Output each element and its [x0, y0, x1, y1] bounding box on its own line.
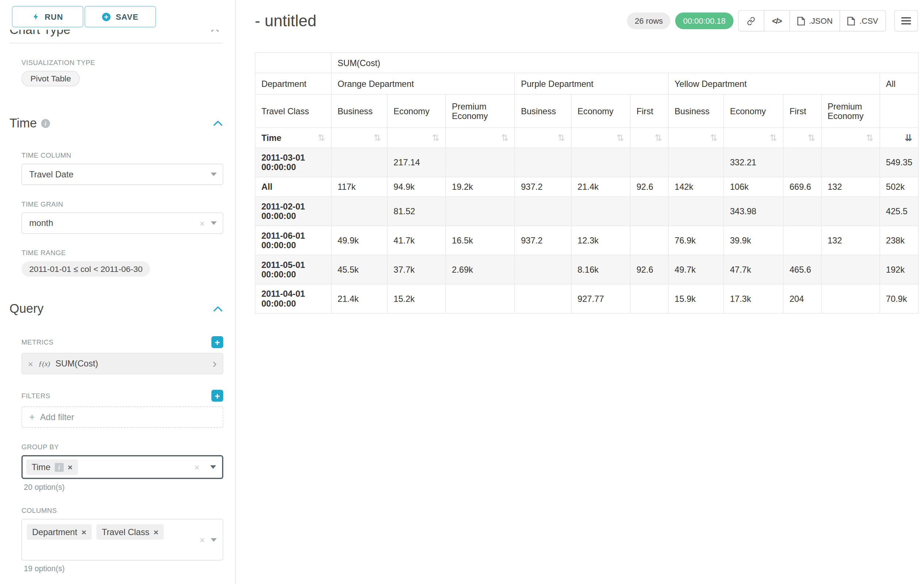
caret-down-icon[interactable]: [211, 538, 216, 542]
pivot-value-cell: 343.98: [724, 197, 784, 226]
clear-icon[interactable]: ×: [200, 535, 205, 544]
pivot-data-row: 2011-04-01 00:00:0021.4k15.2k927.7715.9k…: [255, 284, 919, 313]
pivot-metric-row: SUM(Cost): [255, 53, 919, 72]
sort-toggle-icon[interactable]: ⇅: [710, 133, 718, 142]
pivot-all-value-cell: 549.35: [880, 148, 919, 177]
pivot-value-cell: [822, 284, 880, 313]
pivot-all-value-cell: 425.5: [880, 197, 919, 226]
caret-down-icon[interactable]: [211, 221, 216, 225]
pivot-data-row: 2011-03-01 00:00:00217.14332.21549.35: [255, 148, 919, 177]
pivot-value-cell: 217.14: [387, 148, 446, 177]
pivot-data-row: All117k94.9k19.2k937.221.4k92.6142k106k6…: [255, 177, 919, 197]
pivot-sort-cell: ⇅: [822, 128, 880, 148]
sort-descending-icon[interactable]: ⇊: [905, 133, 912, 142]
collapse-time-chevron-icon[interactable]: [213, 120, 223, 126]
pivot-value-cell: 204: [784, 284, 822, 313]
chevron-right-icon[interactable]: ›: [212, 357, 216, 370]
columns-value: Department: [32, 527, 78, 536]
pivot-value-cell: [630, 148, 668, 177]
link-icon: [747, 16, 756, 25]
download-csv-button[interactable]: .CSV: [840, 10, 886, 32]
caret-down-icon[interactable]: [210, 466, 216, 469]
sort-toggle-icon[interactable]: ⇅: [769, 133, 777, 142]
group-by-select[interactable]: Time i × ×: [21, 455, 223, 479]
menu-button[interactable]: [894, 10, 918, 32]
metric-item[interactable]: × ƒ(x) SUM(Cost) ›: [21, 353, 223, 375]
run-button-label: RUN: [45, 12, 63, 21]
sort-toggle-icon[interactable]: ⇅: [617, 133, 624, 142]
pivot-travel-class-header: Business: [668, 94, 724, 127]
metric-name: SUM(Cost): [56, 359, 98, 368]
time-grain-select[interactable]: month ×: [21, 212, 223, 234]
clear-icon[interactable]: ×: [194, 462, 200, 471]
pivot-corner-cell: [255, 53, 332, 72]
pivot-value-cell: 106k: [724, 177, 784, 197]
columns-select[interactable]: Department × Travel Class × ×: [21, 519, 223, 561]
sort-toggle-icon[interactable]: ⇅: [374, 133, 381, 142]
remove-value-icon[interactable]: ×: [81, 528, 86, 536]
copy-link-button[interactable]: [738, 10, 764, 32]
pivot-value-cell: [331, 197, 387, 226]
sort-toggle-icon[interactable]: ⇅: [655, 133, 662, 142]
download-json-button[interactable]: .JSON: [789, 10, 840, 32]
time-section-title: Time: [10, 116, 37, 130]
pivot-value-cell: [668, 197, 724, 226]
pivot-value-cell: [630, 197, 668, 226]
add-filter-button[interactable]: + Add filter: [21, 406, 223, 428]
view-query-button[interactable]: </>: [764, 10, 790, 32]
time-range-pill[interactable]: 2011-01-01 ≤ col < 2011-06-30: [21, 262, 150, 277]
columns-value-pill[interactable]: Travel Class ×: [96, 524, 164, 540]
sort-toggle-icon[interactable]: ⇅: [558, 133, 565, 142]
pivot-data-row: 2011-02-01 00:00:0081.52343.98425.5: [255, 197, 919, 226]
sort-toggle-icon[interactable]: ⇅: [318, 133, 325, 142]
run-save-button-row: RUN SAVE: [12, 6, 223, 27]
time-column-select[interactable]: Travel Date: [21, 163, 223, 185]
pivot-all-value-cell: 238k: [880, 226, 919, 255]
hamburger-icon: [901, 17, 911, 25]
pivot-row-header: 2011-03-01 00:00:00: [255, 148, 332, 177]
visualization-type-pill[interactable]: Pivot Table: [21, 71, 80, 86]
pivot-sort-cell-all: ⇊: [880, 128, 919, 148]
sort-toggle-icon[interactable]: ⇅: [432, 133, 440, 142]
pivot-travel-class-header: Premium Economy: [446, 94, 515, 127]
group-by-value-pill[interactable]: Time i ×: [26, 459, 78, 475]
sort-toggle-icon[interactable]: ⇅: [866, 133, 874, 142]
pivot-sort-cell: ⇅: [446, 128, 515, 148]
add-metric-button[interactable]: +: [211, 336, 223, 348]
page-title: - untitled: [255, 12, 317, 30]
chart-panel: - untitled 26 rows 00:00:00.18 </> .JSON: [236, 0, 924, 584]
remove-metric-icon[interactable]: ×: [28, 359, 33, 368]
collapse-chevron-icon[interactable]: [211, 30, 219, 33]
pivot-sort-cell: ⇅: [387, 128, 446, 148]
filters-label-row: FILTERS +: [21, 390, 223, 402]
pivot-sort-row: Time⇅⇅⇅⇅⇅⇅⇅⇅⇅⇅⇅⇊: [255, 128, 919, 148]
caret-down-icon[interactable]: [211, 173, 216, 176]
clear-icon[interactable]: ×: [200, 219, 205, 227]
pivot-value-cell: [446, 148, 515, 177]
pivot-value-cell: [331, 148, 387, 177]
pivot-table-container: SUM(Cost) Department Orange DepartmentPu…: [255, 52, 918, 314]
pivot-sort-cell: ⇅: [515, 128, 571, 148]
info-icon: i: [41, 118, 50, 127]
pivot-sort-cell: ⇅: [668, 128, 724, 148]
pivot-value-cell: 92.6: [630, 255, 668, 285]
visualization-type-label: VISUALIZATION TYPE: [21, 59, 223, 66]
pivot-value-cell: 669.6: [784, 177, 822, 197]
sort-toggle-icon[interactable]: ⇅: [501, 133, 509, 142]
save-button[interactable]: SAVE: [84, 6, 156, 27]
pivot-row-header: 2011-02-01 00:00:00: [255, 197, 332, 226]
pivot-value-cell: [822, 148, 880, 177]
run-button[interactable]: RUN: [12, 6, 84, 27]
remove-value-icon[interactable]: ×: [68, 463, 72, 471]
pivot-value-cell: 45.5k: [331, 255, 387, 285]
columns-value-pill[interactable]: Department ×: [26, 524, 92, 540]
pivot-value-cell: 21.4k: [571, 177, 630, 197]
pivot-data-row: 2011-06-01 00:00:0049.9k41.7k16.5k937.21…: [255, 226, 919, 255]
columns-options-hint: 19 option(s): [24, 564, 223, 572]
filters-label: FILTERS: [21, 392, 50, 399]
sort-toggle-icon[interactable]: ⇅: [807, 133, 815, 142]
add-filter-plus-button[interactable]: +: [211, 390, 223, 402]
pivot-all-value-cell: 192k: [880, 255, 919, 285]
remove-value-icon[interactable]: ×: [154, 528, 158, 536]
collapse-query-chevron-icon[interactable]: [213, 306, 223, 312]
